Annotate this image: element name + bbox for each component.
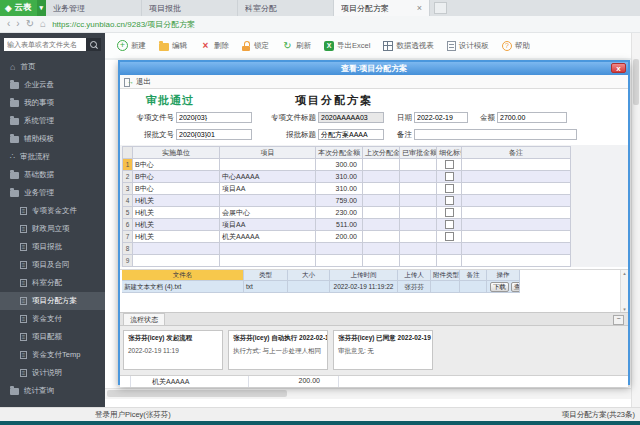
reload-icon[interactable]: ↻: [26, 19, 34, 29]
url-text[interactable]: https://cc.yunbiao.cn/9283/项目分配方案: [52, 19, 195, 30]
home-icon[interactable]: ⌂: [40, 19, 46, 29]
new-tab-button[interactable]: [434, 2, 447, 14]
app-logo[interactable]: ◈ 云表 ▾: [0, 0, 46, 16]
refine-checkbox[interactable]: [445, 160, 454, 169]
prev-amount-cell[interactable]: [363, 255, 400, 267]
toolbar-button-refresh[interactable]: 刷新: [282, 40, 311, 51]
sidebar-item[interactable]: 项目配额: [0, 328, 105, 346]
project-cell[interactable]: [220, 195, 316, 207]
prev-amount-cell[interactable]: [363, 231, 400, 243]
prev-amount-cell[interactable]: [363, 183, 400, 195]
refine-checkbox[interactable]: [445, 208, 454, 217]
approval-title-field[interactable]: [318, 129, 384, 140]
toolbar-button-x[interactable]: 删除: [200, 40, 229, 51]
download-button[interactable]: 下载: [490, 282, 509, 292]
browser-tab[interactable]: 项目分配方案×: [334, 0, 430, 16]
browser-tab[interactable]: 科室分配: [238, 0, 334, 16]
approved-amount-cell[interactable]: [400, 243, 437, 255]
project-cell[interactable]: [220, 159, 316, 171]
sidebar-item[interactable]: 项目报批: [0, 238, 105, 256]
sidebar-item[interactable]: 系统管理: [0, 112, 105, 130]
unit-cell[interactable]: [133, 243, 220, 255]
sidebar-item[interactable]: 基础数据: [0, 166, 105, 184]
prev-amount-cell[interactable]: [363, 171, 400, 183]
row-number-cell[interactable]: 8: [123, 243, 133, 255]
refine-checkbox[interactable]: [445, 172, 454, 181]
toolbar-button-template[interactable]: 设计模板: [447, 41, 489, 51]
unit-cell[interactable]: B中心: [133, 159, 220, 171]
refine-checkbox[interactable]: [445, 232, 454, 241]
remark-cell[interactable]: [462, 231, 571, 243]
sidebar-item[interactable]: 资金支付Temp: [0, 346, 105, 364]
remark-cell[interactable]: [462, 195, 571, 207]
sidebar-item[interactable]: 科室分配: [0, 274, 105, 292]
search-button[interactable]: [86, 38, 101, 51]
approved-amount-cell[interactable]: [400, 255, 437, 267]
flow-status-tab[interactable]: 流程状态: [123, 313, 165, 325]
project-cell[interactable]: [220, 255, 316, 267]
approved-amount-cell[interactable]: [400, 183, 437, 195]
collapse-icon[interactable]: −: [613, 315, 624, 325]
sidebar-item[interactable]: 资金支付: [0, 310, 105, 328]
unit-cell[interactable]: H机关: [133, 195, 220, 207]
prev-amount-cell[interactable]: [363, 219, 400, 231]
approval-no-field[interactable]: [176, 129, 252, 140]
close-icon[interactable]: x: [611, 63, 626, 73]
prev-amount-cell[interactable]: [363, 243, 400, 255]
approved-amount-cell[interactable]: [400, 207, 437, 219]
refine-checkbox[interactable]: [445, 196, 454, 205]
forward-icon[interactable]: ›: [16, 19, 19, 29]
prev-amount-cell[interactable]: [363, 195, 400, 207]
sidebar-item[interactable]: 项目分配方案: [0, 292, 105, 310]
remark-cell[interactable]: [462, 171, 571, 183]
current-amount-cell[interactable]: 200.00: [316, 231, 363, 243]
current-amount-cell[interactable]: [316, 243, 363, 255]
row-number-cell[interactable]: 9: [123, 255, 133, 267]
current-amount-cell[interactable]: 310.00: [316, 171, 363, 183]
amount-field[interactable]: [497, 112, 567, 123]
unit-cell[interactable]: H机关: [133, 207, 220, 219]
refine-checkbox[interactable]: [445, 220, 454, 229]
project-cell[interactable]: [220, 243, 316, 255]
project-cell[interactable]: 中心AAAAA: [220, 171, 316, 183]
current-amount-cell[interactable]: 511.00: [316, 219, 363, 231]
view-button[interactable]: 查看: [511, 282, 520, 292]
current-amount-cell[interactable]: 310.00: [316, 183, 363, 195]
row-number-cell[interactable]: 7: [123, 231, 133, 243]
approved-amount-cell[interactable]: [400, 195, 437, 207]
row-number-cell[interactable]: 4: [123, 195, 133, 207]
approved-amount-cell[interactable]: [400, 231, 437, 243]
sidebar-item[interactable]: 企业云盘: [0, 76, 105, 94]
back-icon[interactable]: ‹: [7, 19, 10, 29]
project-cell[interactable]: 项目AA: [220, 219, 316, 231]
project-cell[interactable]: 会展中心: [220, 207, 316, 219]
prev-amount-cell[interactable]: [363, 207, 400, 219]
toolbar-button-pivot[interactable]: 数据透视表: [383, 41, 434, 51]
unit-cell[interactable]: B中心: [133, 171, 220, 183]
row-number-cell[interactable]: 5: [123, 207, 133, 219]
current-amount-cell[interactable]: 759.00: [316, 195, 363, 207]
sidebar-item[interactable]: 统计查询: [0, 382, 105, 400]
special-doc-title-field[interactable]: [318, 112, 384, 123]
sidebar-item[interactable]: 项目及合同: [0, 256, 105, 274]
toolbar-button-folder[interactable]: 编辑: [159, 41, 187, 51]
row-number-cell[interactable]: 1: [123, 159, 133, 171]
exit-button[interactable]: 退出: [124, 77, 151, 87]
unit-cell[interactable]: H机关: [133, 231, 220, 243]
remark-cell[interactable]: [462, 243, 571, 255]
remark-cell[interactable]: [462, 183, 571, 195]
flow-card[interactable]: 张芬芬(icey) 已同意 2022-02-19 11:审批意见: 无: [333, 330, 433, 370]
scrollbar-thumb[interactable]: [633, 59, 639, 105]
file-name-cell[interactable]: 新建文本文档 (4).txt: [122, 281, 244, 293]
prev-amount-cell[interactable]: [363, 159, 400, 171]
logo-menu-caret-icon[interactable]: ▾: [37, 0, 47, 16]
project-cell[interactable]: 项目AA: [220, 183, 316, 195]
project-cell[interactable]: 机关AAAAA: [220, 231, 316, 243]
toolbar-button-lock[interactable]: 锁定: [242, 41, 269, 51]
sidebar-item[interactable]: 专项资金文件: [0, 202, 105, 220]
sidebar-item[interactable]: 财政局立项: [0, 220, 105, 238]
remark-cell[interactable]: [462, 159, 571, 171]
toolbar-button-help[interactable]: 帮助: [502, 41, 530, 51]
approved-amount-cell[interactable]: [400, 159, 437, 171]
flow-card[interactable]: 张芬芬(icey) 发起流程2022-02-19 11:19: [123, 330, 223, 370]
